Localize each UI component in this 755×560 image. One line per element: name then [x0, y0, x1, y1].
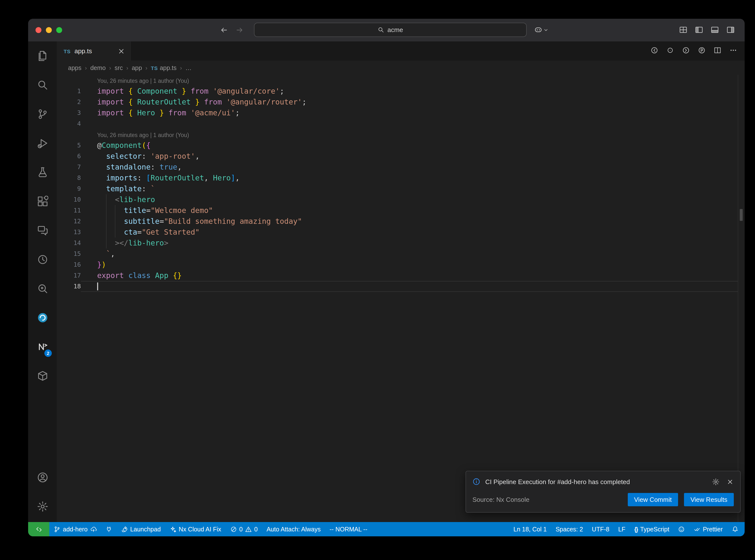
activity-bar-item-manage-settings[interactable] — [28, 492, 57, 521]
activity-bar-item-containers[interactable] — [28, 361, 57, 391]
status-bar-right: Ln 18, Col 1Spaces: 2UTF-8LF{}TypeScript… — [509, 522, 744, 536]
status-bar-item-gitlens-launchpad[interactable]: Launchpad — [117, 522, 165, 536]
view-results-button[interactable]: View Results — [684, 493, 734, 506]
code-content[interactable]: }) — [81, 259, 738, 270]
go-back-icon[interactable] — [220, 26, 228, 34]
notification-close-icon[interactable] — [727, 478, 734, 485]
code-line-15: 15 `, — [57, 248, 738, 259]
tab-app-ts[interactable]: TS app.ts — [57, 41, 131, 61]
open-previous-change-button[interactable] — [651, 46, 658, 56]
status-bar-item-auto-attach[interactable]: Auto Attach: Always — [262, 522, 325, 536]
gitlens-file-actions-button[interactable] — [698, 46, 706, 56]
breadcrumb-item-app[interactable]: app — [132, 64, 142, 71]
arrow-circle-left-icon — [651, 46, 658, 54]
breadcrumb-item-app-ts[interactable]: TSapp.ts — [151, 64, 177, 71]
code-content[interactable]: title="Welcmoe demo" — [81, 205, 738, 216]
status-bar-item-language-mode[interactable]: {}TypeScript — [630, 522, 674, 536]
view-commit-button[interactable]: View Commit — [628, 493, 678, 506]
breadcrumb-item-demo[interactable]: demo — [90, 64, 106, 71]
status-bar-item-eol[interactable]: LF — [614, 522, 630, 536]
customize-layout-button[interactable] — [679, 26, 688, 36]
command-center[interactable]: acme — [254, 23, 527, 37]
extensions-icon — [37, 196, 48, 207]
activity-bar-item-run-and-debug[interactable] — [28, 129, 57, 158]
code-content[interactable]: selector: 'app-root', — [81, 151, 738, 162]
breadcrumb-item-apps[interactable]: apps — [68, 64, 81, 71]
overview-ruler[interactable] — [738, 75, 744, 522]
status-bar-item-git-branch[interactable]: add-hero — [49, 522, 101, 536]
status-bar-item-remote-indicator[interactable] — [28, 522, 49, 536]
status-bar-item-nx-cloud-ai-fix[interactable]: Nx Cloud AI Fix — [165, 522, 225, 536]
code-content[interactable]: import { Component } from '@angular/core… — [81, 86, 738, 97]
status-bar-item-prettier[interactable]: Prettier — [689, 522, 727, 536]
code-line-6: 6 selector: 'app-root', — [57, 151, 738, 162]
activity-bar-item-source-control[interactable] — [28, 100, 57, 129]
code-content[interactable]: import { RouterOutlet } from '@angular/r… — [81, 97, 738, 107]
blame-annotation-row: You, 26 minutes ago | 1 author (You) — [57, 75, 738, 86]
code-content[interactable]: standalone: true, — [81, 162, 738, 173]
status-bar-item-cursor-position[interactable]: Ln 18, Col 1 — [509, 522, 551, 536]
status-bar-item-encoding[interactable]: UTF-8 — [587, 522, 614, 536]
line-number: 15 — [57, 248, 81, 259]
line-number: 16 — [57, 259, 81, 270]
close-window-button[interactable] — [36, 27, 41, 33]
line-number — [57, 129, 81, 140]
blame-text[interactable]: You, 26 minutes ago | 1 author (You) — [97, 132, 189, 138]
toggle-file-blame-button[interactable] — [666, 46, 674, 56]
code-content[interactable]: imports: [RouterOutlet, Hero], — [81, 173, 738, 183]
status-bar-item-vim-mode[interactable]: -- NORMAL -- — [325, 522, 372, 536]
activity-bar-item-explorer[interactable] — [28, 41, 57, 71]
activity-bar-item-search[interactable] — [28, 71, 57, 100]
zoom-window-button[interactable] — [56, 27, 62, 33]
status-bar-item-indentation[interactable]: Spaces: 2 — [551, 522, 587, 536]
code-content[interactable]: export class App {} — [81, 270, 738, 281]
toggle-primary-sidebar-button[interactable] — [695, 26, 703, 36]
gitlens-icon — [37, 254, 48, 265]
split-editor-button[interactable] — [714, 46, 721, 56]
code-content[interactable]: `, — [81, 248, 738, 259]
minimize-window-button[interactable] — [46, 27, 52, 33]
code-content[interactable]: @Component({ — [81, 140, 738, 151]
text-cursor — [97, 282, 98, 291]
activity-bar-item-nx-console[interactable]: 2 — [28, 332, 57, 361]
copilot-icon — [534, 26, 542, 34]
line-number: 13 — [57, 227, 81, 238]
code-content[interactable]: cta="Get Started" — [81, 227, 738, 238]
code-content[interactable] — [81, 118, 738, 129]
go-forward-icon[interactable] — [236, 26, 244, 34]
toggle-secondary-sidebar-button[interactable] — [727, 26, 735, 36]
code-content[interactable] — [81, 281, 738, 292]
toggle-panel-button[interactable] — [711, 26, 719, 36]
editor[interactable]: You, 26 minutes ago | 1 author (You)1imp… — [57, 75, 744, 522]
activity-bar-item-accounts[interactable] — [28, 463, 57, 492]
status-bar-item-problems[interactable]: 00 — [225, 522, 262, 536]
blame-annotation[interactable]: You, 26 minutes ago | 1 author (You) — [81, 129, 738, 140]
code-content[interactable]: subtitle="Build something amazing today" — [81, 216, 738, 227]
more-actions-button[interactable] — [729, 46, 737, 56]
code-content[interactable]: import { Hero } from '@acme/ui'; — [81, 107, 738, 118]
status-bar-label: TypeScript — [640, 526, 669, 533]
status-bar-item-plug-indicator[interactable] — [101, 522, 117, 536]
smiley-icon — [678, 526, 685, 533]
status-bar-item-feedback[interactable] — [674, 522, 689, 536]
breadcrumb-item--[interactable]: … — [185, 64, 192, 71]
warning-icon — [245, 526, 252, 533]
blame-text[interactable]: You, 26 minutes ago | 1 author (You) — [97, 78, 189, 84]
notification-settings-icon[interactable] — [712, 478, 719, 485]
activity-bar-item-chat[interactable] — [28, 216, 57, 245]
code-content[interactable]: template: ` — [81, 183, 738, 194]
activity-bar-item-gitlens[interactable] — [28, 245, 57, 274]
code-content[interactable]: <lib-hero — [81, 194, 738, 205]
code-content[interactable]: ></lib-hero> — [81, 238, 738, 248]
status-bar-item-notifications-bell[interactable] — [727, 522, 743, 536]
close-tab-icon[interactable] — [117, 47, 125, 55]
copilot-menu[interactable] — [534, 26, 549, 34]
activity-bar-item-testing[interactable] — [28, 158, 57, 187]
account-icon — [37, 472, 48, 483]
activity-bar-item-extensions[interactable] — [28, 187, 57, 216]
open-next-change-button[interactable] — [682, 46, 690, 56]
blame-annotation[interactable]: You, 26 minutes ago | 1 author (You) — [81, 75, 738, 86]
activity-bar-item-nx-cloud[interactable] — [28, 303, 57, 332]
activity-bar-item-gitlens-inspect[interactable] — [28, 274, 57, 303]
breadcrumb-item-src[interactable]: src — [115, 64, 123, 71]
